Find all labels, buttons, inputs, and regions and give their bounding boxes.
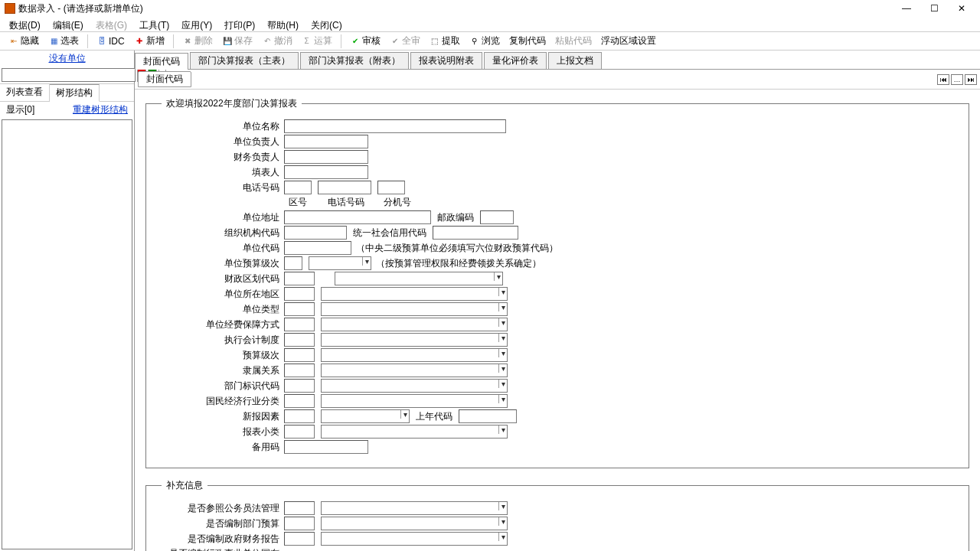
local-input[interactable] — [284, 287, 315, 301]
ind-select[interactable] — [321, 394, 508, 408]
new-button[interactable]: ✚新增 — [130, 32, 168, 50]
subtype-input[interactable] — [284, 425, 315, 439]
pastecode-button: 粘贴代码 — [551, 32, 596, 50]
menu-print[interactable]: 打印(P) — [220, 18, 260, 30]
calc-button: Σ运算 — [298, 32, 336, 50]
type-select[interactable] — [321, 302, 508, 316]
lastcode-input[interactable] — [459, 409, 517, 423]
form-area: 欢迎填报2022年度部门决算报表 单位名称 单位负责人 财务负责人 填表人 电话… — [135, 90, 980, 551]
main-tabs: 封面代码 部门决算报表（主表） 部门决算报表（附表） 报表说明附表 量化评价表 … — [135, 51, 980, 70]
budget-level-code[interactable] — [284, 256, 302, 270]
filler-input[interactable] — [284, 165, 368, 179]
menu-app[interactable]: 应用(Y) — [177, 18, 217, 30]
credit-input[interactable] — [433, 226, 518, 240]
select-table-button[interactable]: ▦选表 — [44, 32, 83, 50]
minimize-button[interactable]: ― — [893, 1, 920, 16]
menu-tool[interactable]: 工具(T) — [135, 18, 174, 30]
area2-input[interactable] — [284, 272, 315, 285]
browse-button[interactable]: ⚲浏览 — [466, 32, 504, 50]
nav-first-button[interactable]: ⏮ — [937, 74, 949, 85]
audit-button[interactable]: ✔审核 — [346, 32, 384, 50]
dept-input[interactable] — [284, 379, 315, 393]
nav-last-button[interactable]: ⏭ — [965, 74, 977, 85]
subtype-select[interactable] — [321, 425, 508, 439]
fund-select[interactable] — [321, 318, 508, 331]
menu-help[interactable]: 帮助(H) — [263, 18, 303, 30]
hide-button[interactable]: ⇤隐藏 — [5, 32, 43, 50]
undo-icon: ↶ — [262, 36, 273, 47]
unit-leader-input[interactable] — [284, 135, 368, 148]
floatarea-button[interactable]: 浮动区域设置 — [597, 32, 660, 50]
blvl2-input[interactable] — [284, 348, 315, 362]
no-unit-link[interactable]: 没有单位 — [49, 53, 86, 64]
tab-main-report[interactable]: 部门决算报表（主表） — [190, 52, 299, 69]
menu-table: 表格(G) — [91, 18, 132, 30]
area-code-input[interactable] — [284, 181, 312, 194]
q2-input[interactable] — [284, 517, 315, 530]
q3-select[interactable] — [321, 532, 508, 546]
tab-cover[interactable]: 封面代码 — [135, 53, 188, 70]
window-title: 数据录入 - (请选择或新增单位) — [18, 2, 893, 15]
tab-desc[interactable]: 报表说明附表 — [410, 52, 482, 69]
tab-quant[interactable]: 量化评价表 — [484, 52, 547, 69]
nav-more-button[interactable]: … — [951, 74, 963, 85]
delete-button: ✖删除 — [178, 32, 217, 50]
legend-extra: 补充信息 — [162, 479, 207, 492]
post-input[interactable] — [480, 210, 514, 224]
dept-select[interactable] — [321, 379, 508, 393]
rebuild-tree-link[interactable]: 重建树形结构 — [73, 103, 128, 116]
menu-close[interactable]: 关闭(C) — [306, 18, 347, 30]
unit-code-input[interactable] — [284, 241, 351, 255]
idc-button[interactable]: 🗄IDC — [93, 34, 129, 49]
plus-icon: ✚ — [134, 36, 145, 47]
fieldset-extra: 补充信息 是否参照公务员法管理 是否编制部门预算 是否编制政府财务报告 是否编制… — [145, 479, 969, 551]
menu-data[interactable]: 数据(D) — [5, 18, 45, 30]
fund-input[interactable] — [284, 318, 315, 331]
unit-name-input[interactable] — [284, 119, 506, 133]
subtab-cover[interactable]: 封面代码 — [138, 71, 191, 87]
address-input[interactable] — [284, 210, 431, 224]
acct-input[interactable] — [284, 333, 315, 347]
nf-select[interactable] — [321, 409, 410, 423]
toolbar: ⇤隐藏 ▦选表 🗄IDC ✚新增 ✖删除 💾保存 ↶撤消 Σ运算 ✔审核 ✔全审… — [0, 32, 980, 51]
tel-input[interactable] — [318, 181, 371, 194]
extract-button[interactable]: ⬚提取 — [426, 32, 464, 50]
ind-input[interactable] — [284, 394, 315, 408]
q1-input[interactable] — [284, 501, 315, 515]
sidetab-list[interactable]: 列表查看 — [0, 84, 50, 101]
area2-select[interactable] — [335, 272, 503, 285]
tab-upload[interactable]: 上报文档 — [548, 52, 602, 69]
belong-input[interactable] — [284, 364, 315, 377]
tree-area[interactable] — [2, 119, 132, 549]
titlebar: 数据录入 - (请选择或新增单位) ― ☐ ✕ — [0, 0, 980, 17]
q2-select[interactable] — [321, 517, 508, 530]
q3-input[interactable] — [284, 532, 315, 546]
blvl2-select[interactable] — [321, 348, 508, 362]
close-button[interactable]: ✕ — [948, 1, 975, 16]
spare-input[interactable] — [284, 440, 368, 454]
maximize-button[interactable]: ☐ — [920, 1, 948, 16]
org-code-input[interactable] — [284, 226, 347, 240]
extract-icon: ⬚ — [430, 36, 440, 47]
q1-select[interactable] — [321, 501, 508, 515]
legend-main: 欢迎填报2022年度部门决算报表 — [162, 97, 302, 110]
eye-icon: ⚲ — [469, 36, 480, 47]
finance-leader-input[interactable] — [284, 150, 368, 164]
local-select[interactable] — [321, 287, 508, 301]
belong-select[interactable] — [321, 364, 508, 377]
budget-level-select[interactable] — [309, 256, 371, 270]
acct-select[interactable] — [321, 333, 508, 347]
sidetab-tree[interactable]: 树形结构 — [50, 84, 100, 102]
tab-attach-report[interactable]: 部门决算报表（附表） — [300, 52, 409, 69]
calc-icon: Σ — [302, 36, 312, 47]
menu-edit[interactable]: 编辑(E) — [48, 18, 88, 30]
separator — [173, 34, 174, 48]
separator — [87, 34, 88, 48]
app-icon — [5, 3, 15, 14]
grid-icon: ▦ — [48, 36, 59, 47]
type-input[interactable] — [284, 302, 315, 316]
nf-input[interactable] — [284, 409, 315, 423]
copycode-button[interactable]: 复制代码 — [505, 32, 550, 50]
ext-input[interactable] — [377, 181, 405, 194]
unit-search-input[interactable] — [2, 68, 136, 82]
